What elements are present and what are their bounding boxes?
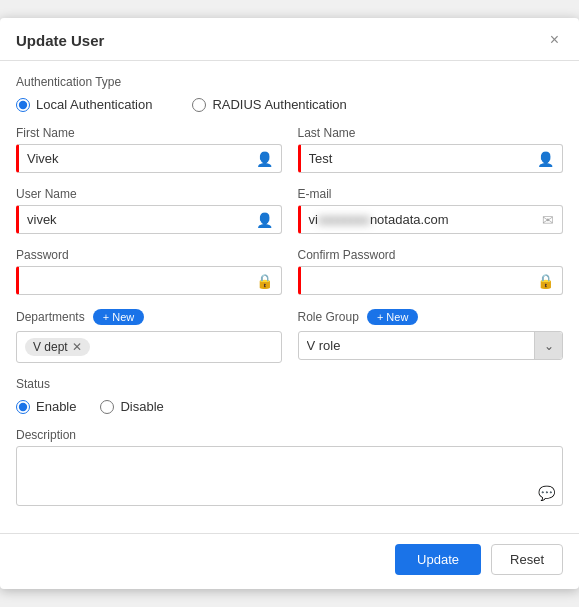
user-name-input-wrapper: 👤 [16,205,282,234]
lock-icon-2: 🔒 [537,273,554,289]
description-label: Description [16,428,563,442]
confirm-password-label: Confirm Password [298,248,564,262]
password-input-wrapper: 🔒 [16,266,282,295]
confirm-password-group: Confirm Password 🔒 [298,248,564,295]
user-name-label: User Name [16,187,282,201]
confirm-password-input-wrapper: 🔒 [298,266,564,295]
local-auth-radio[interactable] [16,98,30,112]
disable-option[interactable]: Disable [100,399,163,414]
confirm-password-input[interactable] [301,267,563,294]
radius-auth-option[interactable]: RADIUS Authentication [192,97,346,112]
first-name-input-wrapper: 👤 [16,144,282,173]
local-auth-label: Local Authentication [36,97,152,112]
auth-type-row: Local Authentication RADIUS Authenticati… [16,97,563,112]
radius-auth-radio[interactable] [192,98,206,112]
email-label: E-mail [298,187,564,201]
last-name-input[interactable] [301,145,563,172]
lock-icon: 🔒 [256,273,273,289]
user-name-input[interactable] [19,206,281,233]
role-group-new-button[interactable]: + New [367,309,419,325]
user-email-row: User Name 👤 E-mail vixxxxxxxxnotadata.co… [16,187,563,234]
description-group: Description 💬 [16,428,563,509]
departments-header: Departments + New [16,309,282,325]
enable-radio[interactable] [16,400,30,414]
status-label: Status [16,377,563,391]
role-group-label: Role Group [298,310,359,324]
local-auth-option[interactable]: Local Authentication [16,97,152,112]
dept-role-row: Departments + New V dept ✕ Role Group + … [16,309,563,363]
radius-auth-label: RADIUS Authentication [212,97,346,112]
close-button[interactable]: × [546,30,563,50]
description-input[interactable] [16,446,563,506]
auth-type-label: Authentication Type [16,75,563,89]
last-name-label: Last Name [298,126,564,140]
last-name-input-wrapper: 👤 [298,144,564,173]
role-select-wrapper: V role Admin User ⌄ [298,331,564,360]
last-name-group: Last Name 👤 [298,126,564,173]
email-display: vixxxxxxxxnotadata.com [301,206,563,233]
departments-new-button[interactable]: + New [93,309,145,325]
modal-body: Authentication Type Local Authentication… [0,61,579,533]
status-row: Status Enable Disable [16,377,563,414]
person-icon-3: 👤 [256,212,273,228]
reset-button[interactable]: Reset [491,544,563,575]
person-icon: 👤 [256,151,273,167]
description-wrapper: 💬 [16,446,563,509]
first-name-group: First Name 👤 [16,126,282,173]
first-name-input[interactable] [19,145,281,172]
departments-tag-input[interactable]: V dept ✕ [16,331,282,363]
dept-tag-label: V dept [33,340,68,354]
disable-label: Disable [120,399,163,414]
dept-tag-remove[interactable]: ✕ [72,340,82,354]
user-name-group: User Name 👤 [16,187,282,234]
chat-icon: 💬 [538,485,555,501]
disable-radio[interactable] [100,400,114,414]
person-icon-2: 👤 [537,151,554,167]
first-name-label: First Name [16,126,282,140]
enable-label: Enable [36,399,76,414]
dept-tag: V dept ✕ [25,338,90,356]
email-blurred-part: xxxxxxxx [318,212,370,227]
role-group-section: Role Group + New V role Admin User ⌄ [298,309,564,360]
update-button[interactable]: Update [395,544,481,575]
role-group-select[interactable]: V role Admin User [299,332,563,359]
modal-header: Update User × [0,18,579,61]
departments-group: Departments + New V dept ✕ [16,309,282,363]
password-label: Password [16,248,282,262]
email-group: E-mail vixxxxxxxxnotadata.com ✉ [298,187,564,234]
email-icon: ✉ [542,212,554,228]
password-group: Password 🔒 [16,248,282,295]
password-input[interactable] [19,267,281,294]
name-row: First Name 👤 Last Name 👤 [16,126,563,173]
update-user-modal: Update User × Authentication Type Local … [0,18,579,589]
status-options: Enable Disable [16,399,563,414]
email-input-wrapper: vixxxxxxxxnotadata.com ✉ [298,205,564,234]
modal-title: Update User [16,32,104,49]
email-clear-part: vi [309,212,318,227]
departments-label: Departments [16,310,85,324]
enable-option[interactable]: Enable [16,399,76,414]
modal-footer: Update Reset [0,533,579,589]
password-row: Password 🔒 Confirm Password 🔒 [16,248,563,295]
email-domain-part: notadata.com [370,212,449,227]
role-group-header: Role Group + New [298,309,564,325]
